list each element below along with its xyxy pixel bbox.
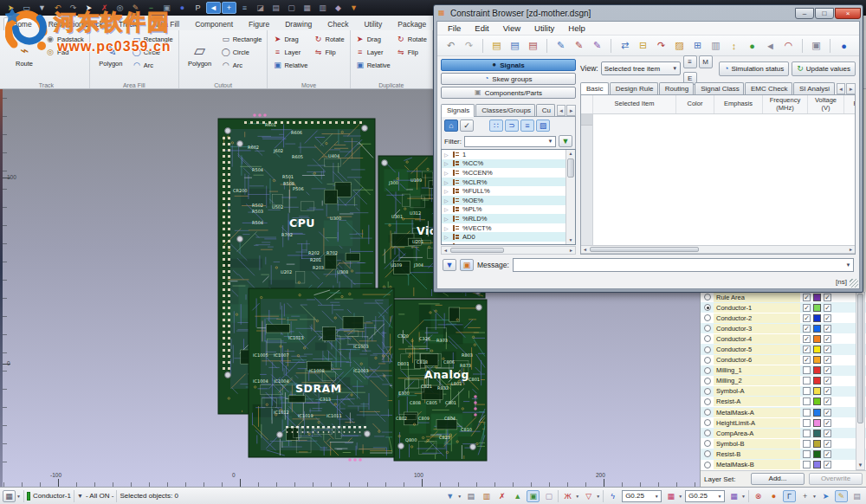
tree-item--ccen-[interactable]: ▷%CCEN% bbox=[442, 168, 565, 178]
layer-name[interactable]: Rule Area bbox=[714, 293, 800, 302]
update-icon[interactable]: ↕ bbox=[726, 38, 742, 54]
edit-group-icon[interactable]: ✎ bbox=[589, 38, 605, 54]
delete-icon[interactable]: ✗ bbox=[97, 2, 112, 14]
layer-list-scrollbar[interactable]: ▼ bbox=[856, 292, 865, 470]
layer-radio[interactable] bbox=[704, 367, 711, 374]
layer-set-overwrite-button[interactable]: Overwrite bbox=[809, 473, 863, 485]
layer-on-checkbox[interactable] bbox=[803, 366, 811, 374]
scroll-down-button[interactable]: ▼ bbox=[856, 461, 864, 469]
arc-button[interactable]: ◠Arc bbox=[220, 60, 264, 71]
tab-basic[interactable]: Basic bbox=[580, 82, 609, 94]
flip-button[interactable]: ⇋Flip bbox=[395, 47, 429, 58]
tab-scroll-left[interactable]: ◄ bbox=[837, 83, 846, 94]
ribbon-tab-component[interactable]: Component bbox=[187, 18, 241, 30]
highlight-icon[interactable]: ● bbox=[767, 490, 780, 502]
grid1-combobox[interactable]: G0.25▼ bbox=[622, 490, 662, 502]
relative-button[interactable]: ▣Relative bbox=[354, 60, 392, 71]
message-image-button[interactable]: ▣ bbox=[460, 259, 474, 271]
tab-cu[interactable]: Cu bbox=[536, 104, 555, 116]
edit-rule-icon[interactable]: ✎ bbox=[553, 38, 569, 54]
menu-edit[interactable]: Edit bbox=[468, 23, 495, 33]
layer-visible-checkbox[interactable]: ✓ bbox=[824, 409, 831, 417]
tab-scroll-right[interactable]: ► bbox=[566, 105, 576, 116]
tree-h-scrollbar[interactable]: ◄ ► bbox=[441, 246, 576, 255]
layer-color-swatch[interactable] bbox=[813, 304, 821, 312]
layer-on-checkbox[interactable] bbox=[803, 419, 811, 427]
redo-icon[interactable]: ↷ bbox=[66, 2, 81, 14]
active-layer-label[interactable]: Conductor-1 bbox=[33, 492, 71, 500]
tree-item--pl-[interactable]: ▷%PL% bbox=[442, 205, 565, 215]
layer-radio[interactable] bbox=[704, 398, 711, 405]
expander-icon[interactable]: ▷ bbox=[444, 188, 449, 194]
tab-emc-check[interactable]: EMC Check bbox=[745, 82, 792, 94]
tree-item--oe-[interactable]: ▷%OE% bbox=[442, 196, 565, 205]
chevron-down-icon[interactable]: ▼ bbox=[812, 494, 817, 499]
save-constraints-icon[interactable]: ▤ bbox=[507, 38, 523, 54]
signals-button[interactable]: ●Signals bbox=[441, 59, 576, 71]
tree-item--full-[interactable]: ▷%FULL% bbox=[442, 186, 565, 196]
ribbon-tab-home[interactable]: Home bbox=[3, 17, 41, 30]
edit-class-icon[interactable]: ✎ bbox=[571, 38, 587, 54]
layer-radio[interactable] bbox=[704, 314, 711, 321]
grid-icon[interactable]: ▦ bbox=[300, 2, 314, 14]
move-cross-icon[interactable]: + bbox=[798, 490, 811, 502]
layer-name[interactable]: Milling_2 bbox=[714, 376, 800, 385]
view-toggle-1[interactable]: M bbox=[699, 55, 713, 68]
layer-radio[interactable] bbox=[704, 430, 711, 436]
layer-color-swatch[interactable] bbox=[813, 294, 821, 301]
layer-name[interactable]: Conductor-6 bbox=[714, 355, 800, 365]
chevron-down-icon[interactable]: ▼ bbox=[596, 494, 600, 499]
chevron-down-icon[interactable]: ▼ bbox=[16, 494, 21, 499]
expander-icon[interactable]: ▷ bbox=[444, 234, 449, 240]
update-values-button[interactable]: ↻ Update values bbox=[792, 61, 856, 76]
corner-icon[interactable]: Γ bbox=[783, 490, 796, 502]
layer-radio[interactable] bbox=[704, 462, 711, 468]
check-all-icon[interactable]: ✓ bbox=[460, 120, 474, 132]
simulation-status-button[interactable]: ◔ Simulation status bbox=[719, 61, 789, 76]
message-combobox[interactable]: ▼ bbox=[513, 258, 854, 272]
expander-icon[interactable]: ▷ bbox=[444, 225, 449, 231]
layer-radio[interactable] bbox=[704, 357, 711, 364]
chevron-down-icon[interactable]: ▼ bbox=[678, 494, 682, 499]
back-icon[interactable]: ◄ bbox=[762, 38, 779, 54]
undo-icon[interactable]: ↶ bbox=[50, 2, 65, 14]
layer-button[interactable]: ≡Layer bbox=[354, 47, 392, 58]
zoom-icon[interactable]: ◎ bbox=[113, 2, 127, 14]
expander-icon[interactable]: ▷ bbox=[444, 216, 449, 222]
layer-on-checkbox[interactable] bbox=[803, 430, 811, 437]
box-icon[interactable]: ▢ bbox=[284, 2, 299, 14]
layer-radio[interactable] bbox=[704, 450, 711, 457]
layer-color-swatch[interactable] bbox=[813, 366, 821, 374]
table-h-scrollbar[interactable]: ◄ ► bbox=[581, 245, 855, 254]
pad-button[interactable]: ◎Pad bbox=[44, 47, 86, 58]
layer-name[interactable]: MetalMask-B bbox=[714, 460, 800, 469]
fill-icon[interactable]: ▲ bbox=[511, 490, 524, 502]
export-icon[interactable]: ⊟ bbox=[635, 38, 651, 54]
expander-icon[interactable]: ▷ bbox=[444, 243, 449, 244]
ratsnest-icon[interactable]: ⊗ bbox=[752, 490, 765, 502]
layer-color-swatch[interactable] bbox=[813, 397, 821, 405]
show-pins-icon[interactable]: ⊃ bbox=[505, 120, 519, 132]
menu-help[interactable]: Help bbox=[561, 23, 592, 33]
rectangle-button[interactable]: ▭Rectangle bbox=[220, 34, 264, 45]
scroll-left-icon[interactable]: ◄ bbox=[442, 247, 449, 254]
show-hatch-icon[interactable]: ▨ bbox=[536, 120, 550, 132]
doc-icon[interactable]: ▤ bbox=[464, 490, 477, 502]
layer-name[interactable]: HeightLimit-A bbox=[714, 418, 800, 428]
layer-color-swatch[interactable] bbox=[813, 314, 821, 322]
show-nets-icon[interactable]: ∷ bbox=[489, 120, 503, 132]
tree-scrollbar[interactable]: ▲ ▼ bbox=[565, 150, 575, 244]
pen-icon[interactable]: ✎ bbox=[128, 2, 143, 14]
grid2-combobox[interactable]: G0.25▼ bbox=[685, 490, 725, 502]
layer-visible-checkbox[interactable]: ✓ bbox=[824, 461, 831, 468]
pointer-icon[interactable]: ➤ bbox=[819, 490, 832, 502]
menu-file[interactable]: File bbox=[441, 23, 468, 33]
eraser-icon[interactable]: ◪ bbox=[253, 2, 268, 14]
apply-filter-button[interactable]: ▼ bbox=[559, 135, 572, 147]
layer-name[interactable]: Conductor-5 bbox=[714, 345, 800, 354]
tree-item-1[interactable]: ▷1 bbox=[442, 150, 565, 159]
filter-icon[interactable]: ▼ bbox=[35, 2, 49, 14]
layer-color-swatch[interactable] bbox=[813, 409, 821, 417]
layer-radio[interactable] bbox=[704, 409, 711, 416]
tab-classes-groups[interactable]: Classes/Groups bbox=[475, 104, 535, 116]
